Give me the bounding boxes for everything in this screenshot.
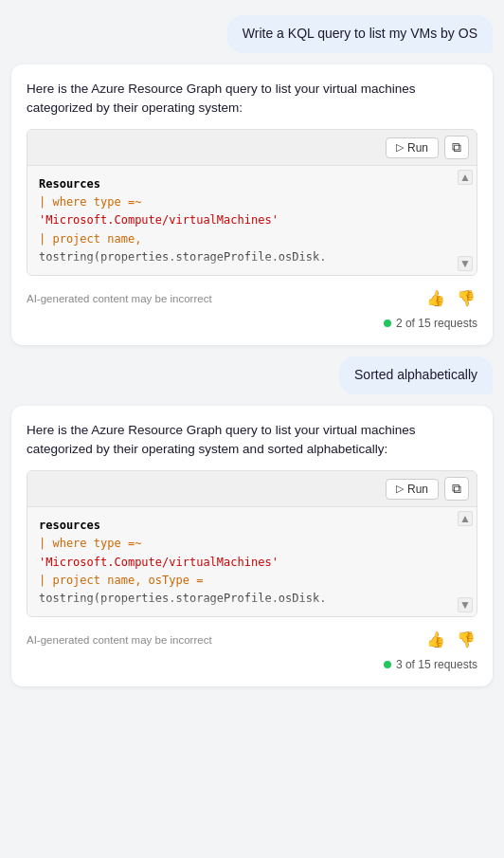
code-toolbar-2: ▷ Run ⧉ [27, 471, 477, 507]
code-line-2-3: 'Microsoft.Compute/virtualMachines' [39, 556, 279, 569]
copy-button-1[interactable]: ⧉ [444, 136, 469, 159]
user-bubble-1: Write a KQL query to list my VMs by OS [227, 15, 493, 53]
code-content-2: resources | where type =~ 'Microsoft.Com… [27, 507, 477, 616]
code-line-1-2: | where type =~ [39, 195, 141, 209]
ai-disclaimer-1: AI-generated content may be incorrect [27, 293, 212, 304]
run-button-1[interactable]: ▷ Run [386, 137, 439, 158]
feedback-buttons-1: 👍 👎 [424, 287, 477, 309]
code-line-2-2: | where type =~ [39, 537, 141, 550]
code-line-1-4: | project name, [39, 232, 141, 246]
code-line-1-1: Resources [39, 177, 100, 191]
user-message-1: Write a KQL query to list my VMs by OS [11, 15, 493, 53]
request-count-1: 2 of 15 requests [27, 317, 477, 330]
run-label-1: Run [407, 141, 428, 155]
scroll-up-2[interactable]: ▲ [458, 511, 473, 526]
run-button-2[interactable]: ▷ Run [386, 479, 439, 500]
code-line-2-4: | project name, osType = [39, 574, 203, 587]
thumbdown-button-1[interactable]: 👎 [455, 287, 477, 309]
ai-response-card-2: Here is the Azure Resource Graph query t… [11, 406, 493, 687]
code-line-2-5: tostring(properties.storageProfile.osDis… [39, 592, 326, 605]
request-count-text-2: 3 of 15 requests [396, 658, 477, 671]
thumbup-button-2[interactable]: 👍 [424, 629, 447, 650]
code-block-2: ▷ Run ⧉ resources | where type =~ 'Micro… [27, 470, 477, 617]
thumbdown-button-2[interactable]: 👎 [455, 629, 477, 650]
user-text-2: Sorted alphabetically [354, 367, 477, 382]
scroll-down-1[interactable]: ▼ [458, 256, 473, 271]
ai-disclaimer-2: AI-generated content may be incorrect [27, 634, 212, 646]
scroll-up-1[interactable]: ▲ [458, 170, 473, 185]
code-wrapper-2: resources | where type =~ 'Microsoft.Com… [27, 507, 477, 616]
ai-response-card-1: Here is the Azure Resource Graph query t… [11, 64, 493, 346]
code-content-1: Resources | where type =~ 'Microsoft.Com… [27, 166, 477, 275]
user-message-2: Sorted alphabetically [11, 356, 493, 394]
copy-icon-1: ⧉ [452, 139, 461, 155]
card-footer-1: AI-generated content may be incorrect 👍 … [27, 287, 477, 309]
play-icon-2: ▷ [396, 483, 404, 495]
feedback-buttons-2: 👍 👎 [424, 629, 477, 650]
copy-button-2[interactable]: ⧉ [444, 477, 469, 501]
user-text-1: Write a KQL query to list my VMs by OS [243, 26, 477, 41]
ai-intro-text-2: Here is the Azure Resource Graph query t… [27, 421, 477, 460]
status-dot-2 [384, 661, 391, 668]
thumbup-button-1[interactable]: 👍 [424, 287, 447, 309]
request-count-text-1: 2 of 15 requests [396, 317, 477, 330]
copy-icon-2: ⧉ [452, 481, 461, 497]
ai-intro-text-1: Here is the Azure Resource Graph query t… [27, 80, 477, 119]
code-line-1-3: 'Microsoft.Compute/virtualMachines' [39, 213, 279, 227]
user-bubble-2: Sorted alphabetically [339, 356, 493, 394]
status-dot-1 [384, 319, 391, 327]
code-line-1-5: tostring(properties.storageProfile.osDis… [39, 250, 326, 264]
chat-container: Write a KQL query to list my VMs by OS H… [0, 15, 504, 686]
scroll-down-2[interactable]: ▼ [458, 597, 473, 612]
request-count-2: 3 of 15 requests [27, 658, 477, 671]
code-wrapper-1: Resources | where type =~ 'Microsoft.Com… [27, 166, 477, 275]
code-block-1: ▷ Run ⧉ Resources | where type =~ 'Micro… [27, 129, 477, 276]
code-toolbar-1: ▷ Run ⧉ [27, 130, 477, 166]
run-label-2: Run [407, 483, 428, 496]
card-footer-2: AI-generated content may be incorrect 👍 … [27, 629, 477, 650]
code-line-2-1: resources [39, 519, 100, 532]
play-icon-1: ▷ [396, 141, 404, 154]
